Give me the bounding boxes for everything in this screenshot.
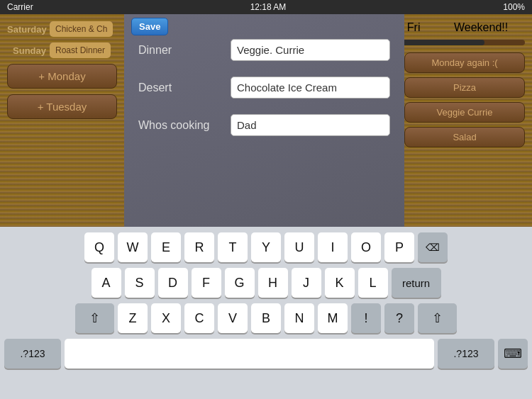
key-v[interactable]: V: [218, 303, 248, 333]
whos-cooking-row: Whos cooking: [138, 114, 390, 136]
status-bar: Carrier 12:18 AM 100%: [0, 0, 532, 14]
monday-again-button[interactable]: Monday again :(: [404, 52, 525, 73]
key-w[interactable]: W: [118, 232, 148, 262]
progress-bar: [390, 40, 525, 45]
key-l[interactable]: L: [358, 268, 388, 298]
sunday-row: Sunday Roast Dinner: [7, 43, 121, 58]
key-k[interactable]: K: [325, 268, 355, 298]
desert-row: Desert: [138, 77, 390, 99]
sunday-value: Roast Dinner: [50, 43, 111, 58]
veggie-currie-button[interactable]: Veggie Currie: [404, 102, 525, 123]
key-a[interactable]: A: [92, 268, 121, 298]
dinner-label: Dinner: [138, 44, 231, 57]
key-p[interactable]: P: [384, 232, 414, 262]
key-symbols-right[interactable]: .?123: [438, 339, 494, 369]
key-m[interactable]: M: [318, 303, 348, 333]
key-shift-left[interactable]: ⇧: [75, 303, 114, 333]
key-u[interactable]: U: [284, 232, 314, 262]
whos-cooking-label: Whos cooking: [138, 119, 231, 132]
dinner-input[interactable]: [231, 39, 390, 61]
key-exclaim[interactable]: !: [351, 303, 381, 333]
key-g[interactable]: G: [225, 268, 255, 298]
saturday-value: Chicken & Ch: [50, 21, 113, 37]
key-s[interactable]: S: [125, 268, 155, 298]
keyboard-row-3: ⇧ Z X C V B N M ! ? ⇧: [4, 303, 528, 333]
key-r[interactable]: R: [184, 232, 214, 262]
whos-cooking-input[interactable]: [231, 114, 390, 136]
dinner-row: Dinner: [138, 39, 390, 61]
keyboard-row-1: Q W E R T Y U I O P ⌫: [4, 232, 528, 262]
key-y[interactable]: Y: [251, 232, 281, 262]
key-c[interactable]: C: [184, 303, 214, 333]
key-i[interactable]: I: [318, 232, 348, 262]
key-e[interactable]: E: [151, 232, 181, 262]
key-x[interactable]: X: [151, 303, 181, 333]
fri-label: Fri: [407, 21, 421, 34]
key-backspace[interactable]: ⌫: [418, 232, 448, 262]
time-label: 12:18 AM: [250, 2, 287, 12]
key-h[interactable]: H: [258, 268, 288, 298]
key-b[interactable]: B: [251, 303, 281, 333]
desert-input[interactable]: [231, 77, 390, 99]
keyboard-row-4: .?123 .?123 ⌨: [4, 339, 528, 369]
save-button[interactable]: Save: [131, 18, 168, 35]
saturday-row: Saturday Chicken & Ch: [7, 21, 121, 37]
sunday-label: Sunday: [7, 45, 46, 56]
battery-label: 100%: [503, 2, 525, 12]
key-f[interactable]: F: [192, 268, 221, 298]
key-z[interactable]: Z: [118, 303, 148, 333]
key-space[interactable]: [65, 339, 434, 369]
desert-label: Desert: [138, 82, 231, 94]
key-d[interactable]: D: [158, 268, 188, 298]
key-q[interactable]: Q: [84, 232, 114, 262]
keyboard-row-2: A S D F G H J K L return: [4, 268, 528, 298]
key-j[interactable]: J: [292, 268, 321, 298]
key-n[interactable]: N: [284, 303, 314, 333]
carrier-label: Carrier: [7, 2, 33, 12]
add-monday-button[interactable]: + Monday: [7, 64, 117, 89]
key-symbols-left[interactable]: .?123: [4, 339, 61, 369]
key-keyboard-icon[interactable]: ⌨: [498, 339, 528, 369]
key-shift-right[interactable]: ⇧: [418, 303, 457, 333]
key-o[interactable]: O: [351, 232, 381, 262]
key-t[interactable]: T: [218, 232, 248, 262]
key-question[interactable]: ?: [384, 303, 414, 333]
key-return[interactable]: return: [392, 268, 441, 298]
keyboard: Q W E R T Y U I O P ⌫ A S D F G H J K L …: [0, 227, 532, 399]
pizza-button[interactable]: Pizza: [404, 77, 525, 98]
right-header: Fri Weekend!!: [390, 21, 525, 34]
weekend-label: Weekend!!: [454, 21, 508, 34]
saturday-label: Saturday: [7, 24, 46, 35]
add-tuesday-button[interactable]: + Tuesday: [7, 94, 117, 119]
salad-button[interactable]: Salad: [404, 127, 525, 147]
